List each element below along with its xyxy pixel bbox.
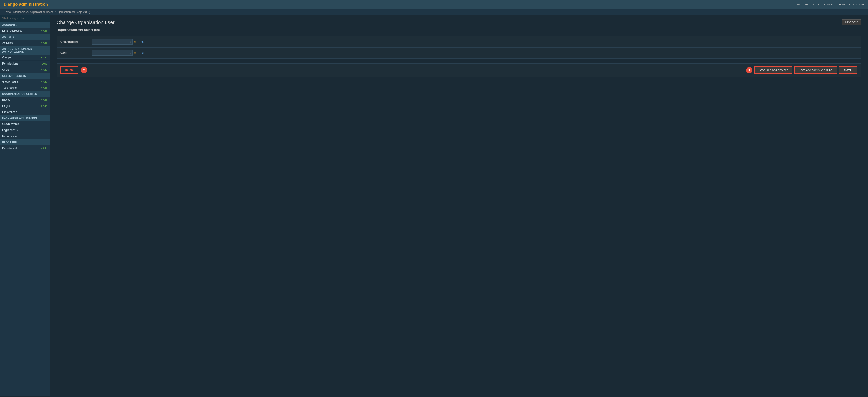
sidebar-section-title-frontend: FRONTEND xyxy=(0,139,50,145)
sidebar-item-email-addresses[interactable]: Email addresses + Add xyxy=(0,28,50,34)
save-and-continue-editing-button[interactable]: Save and continue editing xyxy=(794,66,837,74)
user-select-wrapper: ▾ xyxy=(92,50,133,56)
sidebar-item-task-results[interactable]: Task results + Add xyxy=(0,85,50,91)
breadcrumb-home[interactable]: Home xyxy=(4,10,11,13)
sidebar-add-blocks[interactable]: + Add xyxy=(41,98,47,101)
sidebar-link-request-events[interactable]: Request events xyxy=(2,135,21,138)
sidebar-add-email-addresses[interactable]: + Add xyxy=(41,29,47,32)
organisation-select[interactable] xyxy=(92,39,133,45)
form-row-organisation: Organisation: ▾ ✏ + 👁 xyxy=(57,36,861,48)
sidebar-link-crud-events[interactable]: CRUD events xyxy=(2,122,19,125)
sidebar-add-permissions[interactable]: + Add xyxy=(40,62,47,65)
sidebar-add-pages[interactable]: + Add xyxy=(41,105,47,107)
sidebar-link-group-results[interactable]: Group results xyxy=(2,80,19,83)
badge-1: 1 xyxy=(746,67,752,73)
header: Django administration WELCOME VIEW SITE … xyxy=(0,0,868,9)
user-add-icon[interactable]: + xyxy=(138,51,140,55)
breadcrumb: Home › Stakeholder › Organisation users … xyxy=(0,9,868,15)
organisation-label: Organisation: xyxy=(60,40,92,44)
page-title: Change Organisation user xyxy=(57,20,115,25)
sidebar-link-activities[interactable]: Activities xyxy=(2,41,13,45)
sidebar-add-groups[interactable]: + Add xyxy=(41,56,47,59)
main-content: Change Organisation user HISTORY Organis… xyxy=(50,15,868,396)
sidebar-item-preferences[interactable]: Preferences xyxy=(0,109,50,115)
sidebar-section-accounts: ACCOUNTS Email addresses + Add xyxy=(0,22,50,34)
sidebar-item-blocks[interactable]: Blocks + Add xyxy=(0,97,50,103)
organisation-view-icon[interactable]: 👁 xyxy=(141,40,145,44)
sidebar-add-group-results[interactable]: + Add xyxy=(41,80,47,83)
view-site-link[interactable]: VIEW SITE xyxy=(811,3,824,6)
sidebar-link-login-events[interactable]: Login events xyxy=(2,129,18,132)
sidebar-link-users[interactable]: Users xyxy=(2,68,9,71)
site-title: Django administration xyxy=(4,2,48,7)
history-button[interactable]: HISTORY xyxy=(842,20,861,25)
sidebar-section-title-documentation: DOCUMENTATION CENTER xyxy=(0,91,50,97)
user-view-icon[interactable]: 👁 xyxy=(141,51,145,55)
welcome-text: WELCOME xyxy=(797,3,809,6)
sidebar-link-boundary-files[interactable]: Boundary files xyxy=(2,147,20,150)
sidebar-section-title-accounts: ACCOUNTS xyxy=(0,22,50,28)
save-and-add-another-button[interactable]: Save and add another xyxy=(754,66,792,74)
form-container: Organisation: ▾ ✏ + 👁 User: xyxy=(57,36,861,59)
sidebar-add-boundary-files[interactable]: + Add xyxy=(41,147,47,150)
sidebar-section-title-celery: CELERY RESULTS xyxy=(0,73,50,79)
action-bar-left: Delete 2 xyxy=(60,66,87,74)
sidebar-item-activities[interactable]: Activities + Add xyxy=(0,40,50,46)
sidebar-section-activity: ACTIVITY Activities + Add xyxy=(0,34,50,46)
sidebar-item-crud-events[interactable]: CRUD events xyxy=(0,121,50,127)
sidebar-link-pages[interactable]: Pages xyxy=(2,104,10,108)
content-title-area: Change Organisation user HISTORY xyxy=(57,20,861,25)
sidebar-section-title-activity: ACTIVITY xyxy=(0,34,50,40)
sidebar-link-blocks[interactable]: Blocks xyxy=(2,98,10,102)
sidebar-filter-input[interactable] xyxy=(0,15,50,22)
action-bar-right: 1 Save and add another Save and continue… xyxy=(746,66,857,74)
sidebar-section-auth: AUTHENTICATION AND AUTHORIZATION Groups … xyxy=(0,46,50,73)
sidebar-link-preferences[interactable]: Preferences xyxy=(2,110,17,114)
organisation-add-icon[interactable]: + xyxy=(138,40,140,44)
user-tools: WELCOME VIEW SITE / CHANGE PASSWORD / LO… xyxy=(797,3,864,6)
user-select[interactable] xyxy=(92,50,133,56)
sidebar-add-users[interactable]: + Add xyxy=(41,68,47,71)
log-out-link[interactable]: LOG OUT xyxy=(853,3,864,6)
sidebar-item-boundary-files[interactable]: Boundary files + Add xyxy=(0,145,50,151)
sidebar-section-frontend: FRONTEND Boundary files + Add xyxy=(0,139,50,151)
page-container: ACCOUNTS Email addresses + Add ACTIVITY … xyxy=(0,15,868,396)
sidebar-item-request-events[interactable]: Request events xyxy=(0,133,50,139)
user-label: User: xyxy=(60,51,92,55)
organisation-edit-icon[interactable]: ✏ xyxy=(134,40,137,44)
sidebar-add-activities[interactable]: + Add xyxy=(41,41,47,44)
user-edit-icon[interactable]: ✏ xyxy=(134,51,137,55)
object-title: OrganisationUser object (68) xyxy=(57,28,861,32)
sidebar-section-celery: CELERY RESULTS Group results + Add Task … xyxy=(0,73,50,91)
delete-button[interactable]: Delete xyxy=(60,66,78,74)
breadcrumb-stakeholder[interactable]: Stakeholder xyxy=(13,10,28,13)
breadcrumb-current: OrganisationUser object (68) xyxy=(55,10,90,13)
sidebar: ACCOUNTS Email addresses + Add ACTIVITY … xyxy=(0,15,50,396)
change-password-link[interactable]: CHANGE PASSWORD xyxy=(826,3,851,6)
sidebar-link-permissions[interactable]: Permissions xyxy=(2,62,18,65)
sidebar-item-pages[interactable]: Pages + Add xyxy=(0,103,50,109)
sidebar-item-permissions[interactable]: Permissions + Add xyxy=(0,61,50,67)
sidebar-item-users[interactable]: Users + Add xyxy=(0,67,50,73)
sidebar-link-task-results[interactable]: Task results xyxy=(2,86,17,89)
user-field: ▾ ✏ + 👁 xyxy=(92,50,145,56)
sidebar-section-title-auth: AUTHENTICATION AND AUTHORIZATION xyxy=(0,46,50,55)
form-row-user: User: ▾ ✏ + 👁 xyxy=(57,48,861,59)
sidebar-item-groups[interactable]: Groups + Add xyxy=(0,55,50,61)
sidebar-link-email-addresses[interactable]: Email addresses xyxy=(2,29,22,32)
sidebar-section-audit: EASY AUDIT APPLICATION CRUD events Login… xyxy=(0,115,50,139)
sidebar-section-documentation: DOCUMENTATION CENTER Blocks + Add Pages … xyxy=(0,91,50,115)
sidebar-link-groups[interactable]: Groups xyxy=(2,56,11,59)
organisation-field: ▾ ✏ + 👁 xyxy=(92,39,145,45)
sidebar-section-title-audit: EASY AUDIT APPLICATION xyxy=(0,115,50,121)
action-bar: Delete 2 1 Save and add another Save and… xyxy=(57,63,861,77)
breadcrumb-organisation-users[interactable]: Organisation users xyxy=(30,10,53,13)
sidebar-add-task-results[interactable]: + Add xyxy=(41,86,47,89)
badge-2: 2 xyxy=(81,67,87,73)
save-button[interactable]: SAVE xyxy=(839,66,857,74)
sidebar-item-login-events[interactable]: Login events xyxy=(0,127,50,133)
sidebar-item-group-results[interactable]: Group results + Add xyxy=(0,79,50,85)
organisation-select-wrapper: ▾ xyxy=(92,39,133,45)
